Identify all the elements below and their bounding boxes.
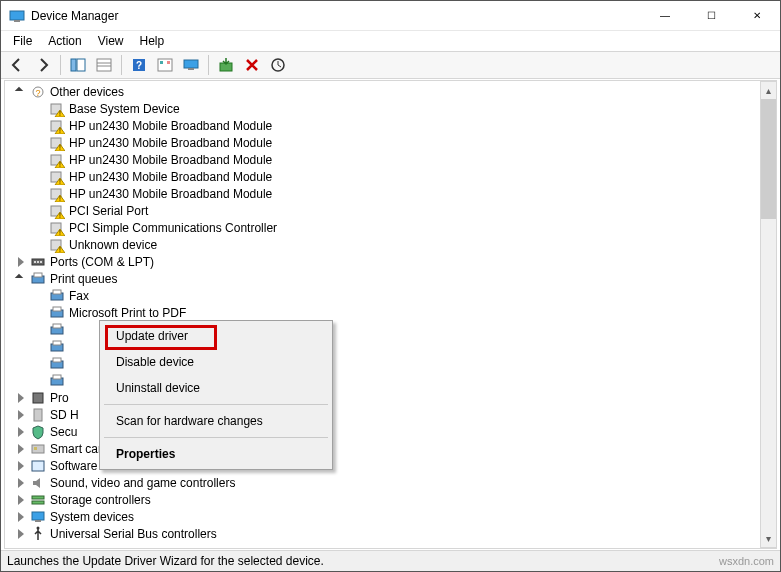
svg-rect-11	[167, 61, 170, 64]
refresh-icon[interactable]	[153, 53, 177, 77]
tree-item[interactable]: !HP un2430 Mobile Broadband Module	[11, 134, 776, 151]
svg-rect-58	[53, 341, 61, 345]
help-icon[interactable]: ?	[127, 53, 151, 77]
toolbar-separator	[121, 55, 122, 75]
software-device-icon	[30, 458, 46, 474]
tree-label: Unknown device	[69, 238, 157, 252]
svg-rect-10	[160, 61, 163, 64]
chevron-right-icon[interactable]	[15, 256, 27, 268]
context-menu: Update driver Disable device Uninstall d…	[99, 320, 333, 470]
tree-item[interactable]: !HP un2430 Mobile Broadband Module	[11, 117, 776, 134]
show-hide-tree-icon[interactable]	[66, 53, 90, 77]
context-scan-hardware[interactable]: Scan for hardware changes	[102, 408, 330, 434]
menu-file[interactable]: File	[5, 32, 40, 50]
warning-device-icon: !	[49, 186, 65, 202]
chevron-down-icon[interactable]	[15, 273, 27, 285]
printer-icon	[49, 305, 65, 321]
tree-label: Fax	[69, 289, 89, 303]
uninstall-icon[interactable]	[240, 53, 264, 77]
system-icon	[30, 509, 46, 525]
tree-item[interactable]: !PCI Simple Communications Controller	[11, 219, 776, 236]
tree-item[interactable]: !Base System Device	[11, 100, 776, 117]
chevron-right-icon[interactable]	[15, 460, 27, 472]
tree-node-other-devices[interactable]: ? Other devices	[11, 83, 776, 100]
close-button[interactable]: ✕	[734, 1, 780, 30]
context-uninstall-device[interactable]: Uninstall device	[102, 375, 330, 401]
svg-text:!: !	[59, 195, 61, 202]
tree-node-print-queues[interactable]: Print queues	[11, 270, 776, 287]
usb-icon	[30, 526, 46, 542]
tree-label: HP un2430 Mobile Broadband Module	[69, 170, 272, 184]
svg-rect-64	[34, 409, 42, 421]
scroll-down-icon[interactable]: ▾	[761, 530, 776, 547]
maximize-button[interactable]: ☐	[688, 1, 734, 30]
scroll-up-icon[interactable]: ▴	[761, 82, 776, 99]
svg-rect-50	[34, 273, 42, 277]
tree-item[interactable]: Microsoft Print to PDF	[11, 304, 776, 321]
warning-device-icon: !	[49, 169, 65, 185]
chevron-right-icon[interactable]	[15, 392, 27, 404]
tree-item[interactable]: !Unknown device	[11, 236, 776, 253]
minimize-button[interactable]: —	[642, 1, 688, 30]
svg-rect-4	[97, 59, 111, 71]
svg-rect-3	[77, 59, 85, 71]
tree-label: HP un2430 Mobile Broadband Module	[69, 119, 272, 133]
back-icon[interactable]	[5, 53, 29, 77]
svg-point-48	[40, 261, 42, 263]
chevron-right-icon[interactable]	[15, 528, 27, 540]
tree-item[interactable]: !PCI Serial Port	[11, 202, 776, 219]
svg-text:!: !	[59, 212, 61, 219]
chevron-right-icon[interactable]	[15, 409, 27, 421]
chevron-right-icon[interactable]	[15, 477, 27, 489]
chevron-right-icon[interactable]	[15, 494, 27, 506]
menu-action[interactable]: Action	[40, 32, 89, 50]
menu-view[interactable]: View	[90, 32, 132, 50]
chevron-right-icon[interactable]	[15, 511, 27, 523]
svg-point-47	[37, 261, 39, 263]
storage-icon	[30, 492, 46, 508]
titlebar: Device Manager — ☐ ✕	[1, 1, 780, 31]
tree-label: System devices	[50, 510, 134, 524]
svg-rect-12	[184, 60, 198, 68]
tree-node-usb[interactable]: Universal Serial Bus controllers	[11, 525, 776, 542]
device-tree-pane[interactable]: ? Other devices !Base System Device !HP …	[4, 80, 777, 549]
svg-text:!: !	[59, 229, 61, 236]
sd-host-icon	[30, 407, 46, 423]
tree-node-sound[interactable]: Sound, video and game controllers	[11, 474, 776, 491]
chevron-right-icon[interactable]	[15, 426, 27, 438]
tree-label: HP un2430 Mobile Broadband Module	[69, 187, 272, 201]
menu-help[interactable]: Help	[132, 32, 173, 50]
tree-item[interactable]: !HP un2430 Mobile Broadband Module	[11, 185, 776, 202]
tree-item[interactable]: Fax	[11, 287, 776, 304]
svg-text:!: !	[59, 144, 61, 151]
install-legacy-icon[interactable]	[214, 53, 238, 77]
warning-device-icon: !	[49, 152, 65, 168]
forward-icon[interactable]	[31, 53, 55, 77]
tree-node-ports[interactable]: Ports (COM & LPT)	[11, 253, 776, 270]
scan-hardware-icon[interactable]	[266, 53, 290, 77]
svg-text:!: !	[59, 246, 61, 253]
tree-node-storage[interactable]: Storage controllers	[11, 491, 776, 508]
svg-rect-66	[34, 447, 37, 450]
status-text: Launches the Update Driver Wizard for th…	[7, 554, 324, 568]
svg-rect-68	[32, 496, 44, 499]
context-update-driver[interactable]: Update driver	[102, 323, 330, 349]
context-disable-device[interactable]: Disable device	[102, 349, 330, 375]
tree-node-system[interactable]: System devices	[11, 508, 776, 525]
tree-label: Universal Serial Bus controllers	[50, 527, 217, 541]
menu-separator	[104, 404, 328, 405]
tree-item[interactable]: !HP un2430 Mobile Broadband Module	[11, 168, 776, 185]
svg-rect-60	[53, 358, 61, 362]
svg-rect-52	[53, 290, 61, 294]
monitor-icon[interactable]	[179, 53, 203, 77]
vertical-scrollbar[interactable]: ▴ ▾	[760, 81, 777, 548]
scroll-thumb[interactable]	[761, 99, 776, 219]
svg-rect-2	[71, 59, 76, 71]
svg-rect-63	[33, 393, 43, 403]
context-properties[interactable]: Properties	[102, 441, 330, 467]
chevron-down-icon[interactable]	[15, 86, 27, 98]
tree-label: Pro	[50, 391, 69, 405]
chevron-right-icon[interactable]	[15, 443, 27, 455]
tree-item[interactable]: !HP un2430 Mobile Broadband Module	[11, 151, 776, 168]
properties-pane-icon[interactable]	[92, 53, 116, 77]
